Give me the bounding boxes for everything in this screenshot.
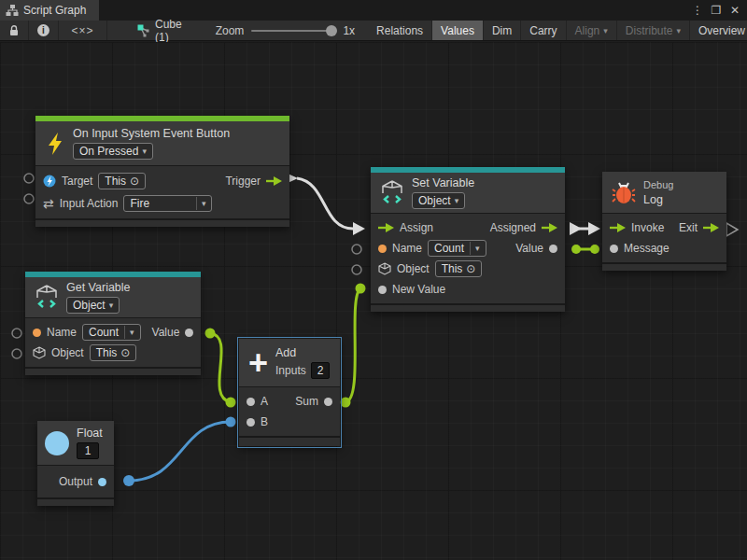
inspect-button[interactable]: i	[29, 21, 59, 40]
name-label: Name	[392, 242, 422, 255]
value-port[interactable]	[185, 329, 193, 337]
wire-getvalue-to-a	[210, 333, 231, 402]
node-title: Add	[275, 346, 296, 359]
assigned-flow-port[interactable]	[542, 223, 557, 232]
assign-flow-port[interactable]	[378, 223, 394, 232]
zoom-slider-handle[interactable]	[326, 25, 337, 36]
name-dropdown[interactable]: Count ▾	[82, 324, 141, 341]
node-debug-log[interactable]: Debug Log Invoke Exit	[602, 172, 726, 271]
invoke-row: Invoke Exit	[602, 217, 726, 238]
trigger-flow-port[interactable]	[266, 176, 282, 186]
node-set-variable[interactable]: Set Variable Object ▾ Assign Assigned	[371, 167, 565, 312]
distribute-button[interactable]: Distribute ▾	[617, 21, 690, 40]
output-row: Output	[37, 469, 114, 494]
b-row: B	[239, 412, 340, 432]
toolbar-right-group: Relations Values Dim Carry Align ▾ Distr…	[368, 21, 747, 40]
name-port[interactable]	[378, 245, 387, 253]
value-label: Value	[515, 242, 543, 255]
distribute-label: Distribute	[626, 24, 673, 37]
float-icon	[45, 431, 69, 455]
object-label: Object	[51, 346, 84, 359]
tab-script-graph[interactable]: Script Graph	[0, 0, 99, 21]
name-port[interactable]	[33, 329, 41, 337]
wire-trigger-to-assign	[297, 178, 353, 229]
graph-canvas[interactable]: On Input System Event Button On Pressed …	[0, 42, 747, 560]
code-view-button[interactable]: <×>	[59, 21, 107, 40]
object-picker-icon[interactable]: ⊙	[466, 262, 475, 275]
zoom-label: Zoom	[216, 24, 245, 37]
chevron-down-icon: ▾	[196, 197, 206, 210]
object-picker-icon[interactable]: ⊙	[130, 175, 139, 188]
object-field[interactable]: This ⊙	[90, 344, 137, 361]
lock-button[interactable]	[0, 21, 29, 40]
unconnected-flow-port	[726, 223, 738, 236]
sum-port[interactable]	[324, 398, 332, 406]
chevron-down-icon: ▾	[124, 326, 134, 339]
target-object-field[interactable]: This ⊙	[98, 173, 146, 189]
input-action-dropdown[interactable]: Fire ▾	[123, 195, 212, 212]
kebab-menu-icon[interactable]: ⋮	[691, 4, 704, 17]
breadcrumb-label: Cube (1)	[155, 18, 182, 44]
b-label: B	[261, 415, 268, 428]
target-label: Target	[62, 175, 92, 188]
node-kicker: Debug	[643, 179, 673, 190]
name-row: Name Count ▾ Value	[371, 238, 565, 259]
target-row: Target This ⊙ Trigger	[35, 170, 289, 192]
node-add[interactable]: + Add Inputs 2 A Sum	[239, 339, 340, 446]
new-value-row: New Value	[371, 279, 565, 300]
node-float[interactable]: Float 1 Output	[37, 421, 114, 506]
value-port[interactable]	[549, 245, 557, 253]
chevron-down-icon: ▾	[109, 299, 114, 312]
output-port[interactable]	[98, 478, 106, 486]
close-icon[interactable]: ✕	[728, 4, 741, 17]
a-label: A	[261, 395, 268, 408]
exit-label: Exit	[679, 221, 698, 234]
carry-button[interactable]: Carry	[521, 21, 566, 40]
graph-toolbar: i <×> Cube (1) Zoom 1x	[0, 21, 747, 41]
node-footer	[25, 367, 201, 375]
object-row: Object This ⊙	[371, 259, 565, 279]
script-graph-window: Script Graph ⋮ ❐ ✕ i <×>	[0, 0, 747, 560]
new-value-label: New Value	[392, 283, 445, 296]
message-port[interactable]	[610, 245, 618, 253]
input-action-row: ⇄ Input Action Fire ▾	[35, 192, 289, 215]
name-dropdown[interactable]: Count ▾	[428, 240, 486, 257]
inputs-count-field[interactable]: 2	[311, 362, 331, 379]
object-label: Object	[397, 262, 430, 275]
chevron-down-icon: ▾	[142, 145, 147, 158]
overview-button[interactable]: Overview	[690, 21, 747, 40]
maximize-icon[interactable]: ❐	[710, 4, 723, 17]
assigned-label: Assigned	[490, 221, 536, 234]
node-title: Get Variable	[66, 281, 131, 294]
event-mode-dropdown[interactable]: On Pressed ▾	[73, 143, 153, 160]
object-field[interactable]: This ⊙	[435, 260, 483, 277]
exit-flow-port[interactable]	[703, 223, 719, 232]
variable-icon	[35, 285, 59, 310]
values-button[interactable]: Values	[432, 21, 484, 40]
dim-button[interactable]: Dim	[484, 21, 521, 40]
value-label: Value	[152, 326, 180, 339]
flow-arrowhead	[588, 222, 600, 235]
zoom-value: 1x	[343, 24, 355, 37]
variable-kind-dropdown[interactable]: Object ▾	[412, 192, 465, 209]
node-on-input-system-event-button[interactable]: On Input System Event Button On Pressed …	[35, 116, 289, 227]
a-port[interactable]	[247, 398, 255, 406]
invoke-flow-port[interactable]	[610, 223, 626, 232]
float-value-field[interactable]: 1	[77, 442, 99, 459]
relations-button[interactable]: Relations	[368, 21, 432, 40]
graph-icon	[6, 4, 19, 17]
flow-arrowhead	[353, 222, 365, 235]
message-row: Message	[602, 238, 726, 259]
object-picker-icon[interactable]: ⊙	[120, 346, 130, 359]
node-footer	[35, 218, 289, 227]
breadcrumb[interactable]: Cube (1)	[128, 21, 191, 40]
node-title: Log	[643, 193, 663, 206]
zoom-slider[interactable]	[251, 30, 335, 32]
object-row: Object This ⊙	[25, 343, 201, 363]
new-value-port[interactable]	[378, 286, 387, 294]
node-footer	[602, 262, 726, 271]
node-get-variable[interactable]: Get Variable Object ▾ Name Count ▾	[25, 272, 201, 375]
variable-kind-dropdown[interactable]: Object ▾	[66, 297, 120, 314]
b-port[interactable]	[247, 418, 255, 427]
align-button[interactable]: Align ▾	[567, 21, 617, 40]
